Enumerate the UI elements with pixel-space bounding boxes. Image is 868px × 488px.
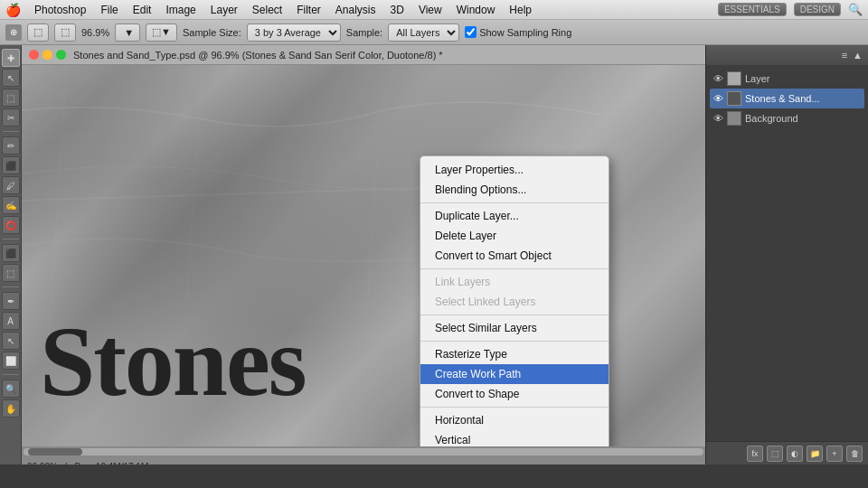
menu-analysis[interactable]: Analysis xyxy=(329,2,382,18)
tool-crop[interactable]: ✂ xyxy=(2,108,20,127)
menu-3d[interactable]: 3D xyxy=(384,2,410,18)
tool-history[interactable]: ⭕ xyxy=(2,216,20,234)
tool-type[interactable]: A xyxy=(2,312,20,330)
menu-file[interactable]: File xyxy=(94,2,124,18)
status-bar: 96.93% | Doc: 10.4M/17.1M ◀ ▶ xyxy=(22,457,705,465)
ctx-blending-options[interactable]: Blending Options... xyxy=(420,180,609,200)
layer-visibility-icon[interactable]: 👁 xyxy=(713,73,723,84)
expand-icon[interactable]: ▲ xyxy=(853,50,863,61)
ctx-duplicate-layer[interactable]: Duplicate Layer... xyxy=(420,206,609,226)
layer-visibility-icon-2[interactable]: 👁 xyxy=(713,93,723,104)
tool-move[interactable]: ✚ xyxy=(2,49,20,67)
hscroll-thumb[interactable] xyxy=(28,448,82,455)
tool-brush[interactable]: 🖊 xyxy=(2,176,20,194)
show-sampling-ring-checkbox[interactable] xyxy=(465,26,476,38)
menu-edit[interactable]: Edit xyxy=(127,2,158,18)
sample-size-label: Sample Size: xyxy=(183,27,241,38)
tool-spot-healing[interactable]: ⬛ xyxy=(2,156,20,174)
ctx-create-work-path[interactable]: Create Work Path xyxy=(420,364,609,384)
panel-new-layer-button[interactable]: + xyxy=(826,446,843,462)
main-area: ✚ ↖ ⬚ ✂ ✏ ⬛ 🖊 ✍ ⭕ ⬛ ⬚ ✒ A ↖ ⬜ 🔍 ✋ Stones… xyxy=(0,45,868,465)
panel-delete-button[interactable]: 🗑 xyxy=(846,446,863,462)
panel-adjust-button[interactable]: ◐ xyxy=(787,446,803,462)
eyedropper-icon: ⊕ xyxy=(5,24,22,41)
tool-select[interactable]: ↖ xyxy=(2,69,20,87)
ctx-convert-smart-object[interactable]: Convert to Smart Object xyxy=(420,246,609,266)
layer-thumb-2 xyxy=(727,91,741,106)
canvas-wrapper[interactable]: Stones Layer Properties... Blending Opti… xyxy=(22,65,705,446)
tool-eyedropper[interactable]: ✏ xyxy=(2,136,20,155)
ctx-select-similar-layers[interactable]: Select Similar Layers xyxy=(420,318,609,338)
layer-row-3[interactable]: 👁 Background xyxy=(710,108,864,128)
menu-select[interactable]: Select xyxy=(246,2,288,18)
panel-bottom: fx ⬚ ◐ 📁 + 🗑 xyxy=(706,441,868,465)
tool-zoom[interactable]: 🔍 xyxy=(2,380,20,398)
design-button[interactable]: DESIGN xyxy=(794,3,841,16)
tool-separator-3 xyxy=(3,286,19,287)
menu-help[interactable]: Help xyxy=(503,2,538,18)
panel-fx-button[interactable]: fx xyxy=(747,446,763,462)
tool-separator-2 xyxy=(3,239,19,239)
sample-select[interactable]: All Layers xyxy=(388,23,459,42)
tool-lasso[interactable]: ⬚ xyxy=(2,89,20,107)
menu-filter[interactable]: Filter xyxy=(290,2,327,18)
ctx-convert-to-shape[interactable]: Convert to Shape xyxy=(420,384,609,404)
doc-tab: Stones and Sand_Type.psd @ 96.9% (Stones… xyxy=(22,45,705,65)
tool-pen[interactable]: ✒ xyxy=(2,292,20,310)
menubar: 🍎 Photoshop File Edit Image Layer Select… xyxy=(0,0,868,20)
tool-path-select[interactable]: ↖ xyxy=(2,332,20,350)
ctx-rasterize-type[interactable]: Rasterize Type xyxy=(420,344,609,364)
sample-size-select[interactable]: 3 by 3 Average xyxy=(247,23,341,42)
layer-name-1: Layer xyxy=(745,73,770,84)
tool-gradient[interactable]: ⬛ xyxy=(2,244,20,262)
panel-mask-button[interactable]: ⬚ xyxy=(767,446,783,462)
layer-name-3: Background xyxy=(745,113,798,124)
layer-thumb xyxy=(727,71,741,86)
ctx-vertical[interactable]: Vertical xyxy=(420,430,609,446)
layer-visibility-icon-3[interactable]: 👁 xyxy=(713,113,723,124)
layer-row-1[interactable]: 👁 Layer xyxy=(710,69,864,89)
canvas-area: Stones and Sand_Type.psd @ 96.9% (Stones… xyxy=(22,45,705,465)
ctx-delete-layer[interactable]: Delete Layer xyxy=(420,226,609,246)
window-controls xyxy=(29,50,66,60)
essentials-button[interactable]: ESSENTIALS xyxy=(718,3,787,16)
search-icon[interactable]: 🔍 xyxy=(848,3,863,16)
ctx-horizontal[interactable]: Horizontal xyxy=(420,410,609,430)
stones-text: Stones xyxy=(40,305,306,419)
menu-window[interactable]: Window xyxy=(450,2,502,18)
minimize-button[interactable] xyxy=(42,50,52,60)
tool-preset2-button[interactable]: ⬚ xyxy=(54,23,76,42)
zoom-dropdown[interactable]: ▼ xyxy=(115,23,140,42)
tool-separator-4 xyxy=(3,374,19,375)
menu-layer[interactable]: Layer xyxy=(204,2,244,18)
ctx-separator-2 xyxy=(420,268,609,269)
tool-clone[interactable]: ✍ xyxy=(2,196,20,214)
right-panel-header: ≡ ▲ xyxy=(706,45,868,65)
show-sampling-ring-wrap: Show Sampling Ring xyxy=(465,26,571,38)
layer-name-2: Stones & Sand... xyxy=(745,93,820,104)
menu-photoshop[interactable]: Photoshop xyxy=(28,2,92,18)
tool-separator-1 xyxy=(3,131,19,132)
tool-shape[interactable]: ⬜ xyxy=(2,352,20,370)
layer-row-2[interactable]: 👁 Stones & Sand... xyxy=(710,89,864,108)
ctx-separator-5 xyxy=(420,407,609,408)
tool-hand[interactable]: ✋ xyxy=(2,399,20,418)
collapse-icon[interactable]: ≡ xyxy=(842,50,847,61)
hscroll-track[interactable] xyxy=(24,448,703,455)
nav-arrow-right[interactable]: ▶ xyxy=(159,462,166,465)
view-mode-button[interactable]: ⬚▼ xyxy=(146,23,177,42)
panel-group-button[interactable]: 📁 xyxy=(807,446,823,462)
nav-arrow-left[interactable]: ◀ xyxy=(152,462,159,465)
canvas-scrollbar[interactable] xyxy=(22,446,705,457)
maximize-button[interactable] xyxy=(56,50,66,60)
apple-logo-icon: 🍎 xyxy=(5,3,21,17)
ctx-layer-properties[interactable]: Layer Properties... xyxy=(420,160,609,180)
show-sampling-ring-label: Show Sampling Ring xyxy=(479,27,571,38)
close-button[interactable] xyxy=(29,50,39,60)
tool-dodge[interactable]: ⬚ xyxy=(2,264,20,282)
menu-image[interactable]: Image xyxy=(159,2,202,18)
tool-size-button[interactable]: ⬚ xyxy=(27,23,49,42)
tool-preset2-icon: ⬚ xyxy=(61,26,70,38)
menu-view[interactable]: View xyxy=(412,2,448,18)
left-toolbar: ✚ ↖ ⬚ ✂ ✏ ⬛ 🖊 ✍ ⭕ ⬛ ⬚ ✒ A ↖ ⬜ 🔍 ✋ xyxy=(0,45,22,465)
